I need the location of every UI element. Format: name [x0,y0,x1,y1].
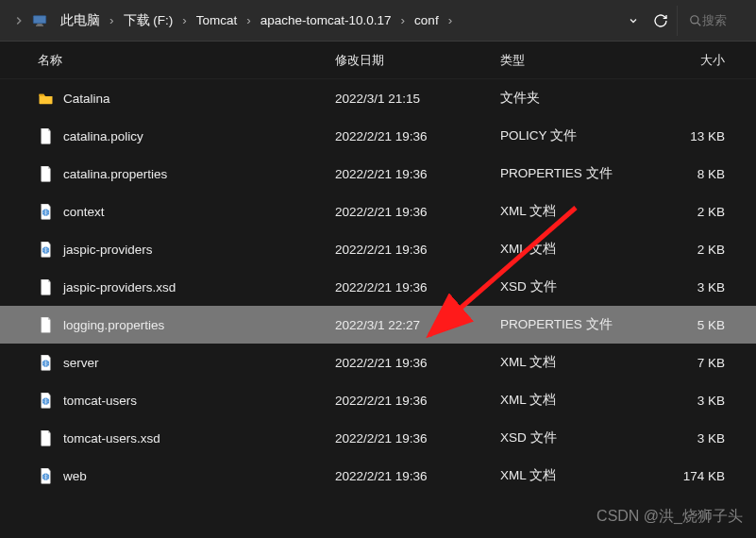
folder-icon [38,91,54,107]
file-row[interactable]: tomcat-users2022/2/21 19:36XML 文档3 KB [0,381,756,419]
column-header-date[interactable]: 修改日期 [335,52,500,69]
file-name: Catalina [63,92,110,106]
svg-rect-1 [37,24,42,25]
file-size: 3 KB [649,394,753,408]
xml-icon [38,393,54,409]
file-date: 2022/2/21 19:36 [335,394,500,408]
file-type: XSD 文件 [500,278,649,295]
refresh-button[interactable] [645,8,677,34]
file-type: XML 文档 [500,354,649,371]
file-type: PROPERTIES 文件 [500,165,649,182]
file-icon [38,430,54,446]
toolbar: 此电脑 › 下载 (F:) › Tomcat › apache-tomcat-1… [0,0,756,42]
file-size: 3 KB [649,280,753,294]
file-type: XML 文档 [500,392,649,409]
file-row[interactable]: context2022/2/21 19:36XML 文档2 KB [0,193,756,230]
file-name: jaspic-providers.xsd [63,280,176,294]
xml-icon [38,242,54,258]
breadcrumb[interactable]: 此电脑 › 下载 (F:) › Tomcat › apache-tomcat-1… [49,8,622,33]
file-row[interactable]: catalina.properties2022/2/21 19:36PROPER… [0,155,756,193]
file-icon [38,279,54,295]
file-name: catalina.properties [63,167,167,181]
file-name: tomcat-users.xsd [63,431,160,446]
xml-icon [38,355,54,371]
file-icon [38,128,54,144]
breadcrumb-item[interactable]: conf [409,9,445,31]
file-row[interactable]: jaspic-providers.xsd2022/2/21 19:36XSD 文… [0,268,756,306]
breadcrumb-item[interactable]: 此电脑 [55,8,106,33]
file-date: 2022/2/21 19:36 [335,205,500,219]
chevron-right-icon: › [446,13,455,27]
file-type: 文件夹 [500,90,649,107]
file-type: XML 文档 [500,241,649,258]
file-type: XML 文档 [500,467,649,484]
file-type: XML 文档 [500,203,649,220]
file-list: Catalina2022/3/1 21:15文件夹catalina.policy… [0,79,756,495]
file-icon [38,166,54,182]
file-date: 2022/2/21 19:36 [335,469,500,483]
file-type: XSD 文件 [500,429,649,446]
file-row[interactable]: server2022/2/21 19:36XML 文档7 KB [0,344,756,381]
file-row[interactable]: jaspic-providers2022/2/21 19:36XML 文档2 K… [0,230,756,268]
file-name: web [63,469,87,483]
file-size: 5 KB [649,318,753,332]
file-date: 2022/2/21 19:36 [335,356,500,370]
file-date: 2022/2/21 19:36 [335,280,500,294]
file-name: context [63,205,105,219]
chevron-right-icon: › [244,13,253,27]
file-name: jaspic-providers [63,243,153,257]
breadcrumb-item[interactable]: 下载 (F:) [118,8,179,33]
breadcrumb-item[interactable]: Tomcat [191,9,244,31]
columns-header: 名称 修改日期 类型 大小 [0,42,756,79]
file-row[interactable]: catalina.policy2022/2/21 19:36POLICY 文件1… [0,117,756,155]
file-date: 2022/2/21 19:36 [335,167,500,181]
file-size: 7 KB [649,356,753,370]
xml-icon [38,468,54,484]
file-name: server [63,356,99,370]
file-row[interactable]: Catalina2022/3/1 21:15文件夹 [0,79,756,117]
nav-forward-button[interactable] [6,8,32,34]
file-date: 2022/2/21 19:36 [335,431,500,446]
svg-point-3 [691,15,698,23]
svg-rect-2 [36,25,43,25]
file-date: 2022/2/21 19:36 [335,243,500,257]
file-name: tomcat-users [63,394,137,408]
file-size: 13 KB [649,129,753,143]
file-icon [38,317,54,333]
column-header-name[interactable]: 名称 [0,52,335,69]
file-row[interactable]: logging.properties2022/3/1 22:27PROPERTI… [0,306,756,344]
chevron-right-icon: › [399,13,408,27]
file-type: POLICY 文件 [500,127,649,144]
file-size: 8 KB [649,167,753,181]
search-icon [689,14,702,27]
svg-rect-0 [33,15,45,23]
file-name: logging.properties [63,318,164,332]
chevron-right-icon: › [180,13,189,27]
pc-icon [32,12,49,29]
file-type: PROPERTIES 文件 [500,316,649,333]
xml-icon [38,204,54,220]
file-date: 2022/2/21 19:36 [335,129,500,143]
file-size: 3 KB [649,431,753,446]
file-date: 2022/3/1 22:27 [335,318,500,332]
breadcrumb-item[interactable]: apache-tomcat-10.0.17 [255,9,397,31]
file-size: 174 KB [649,469,753,483]
column-header-size[interactable]: 大小 [649,52,753,69]
search-box[interactable] [677,6,750,36]
watermark: CSDN @洪_烧狮子头 [596,507,743,527]
file-name: catalina.policy [63,129,143,143]
file-size: 2 KB [649,205,753,219]
file-row[interactable]: web2022/2/21 19:36XML 文档174 KB [0,457,756,495]
file-date: 2022/3/1 21:15 [335,92,500,106]
column-header-type[interactable]: 类型 [500,52,649,69]
chevron-right-icon: › [108,13,116,27]
address-dropdown-button[interactable] [622,9,645,32]
file-row[interactable]: tomcat-users.xsd2022/2/21 19:36XSD 文件3 K… [0,419,756,457]
file-size: 2 KB [649,243,753,257]
search-input[interactable] [702,13,740,27]
